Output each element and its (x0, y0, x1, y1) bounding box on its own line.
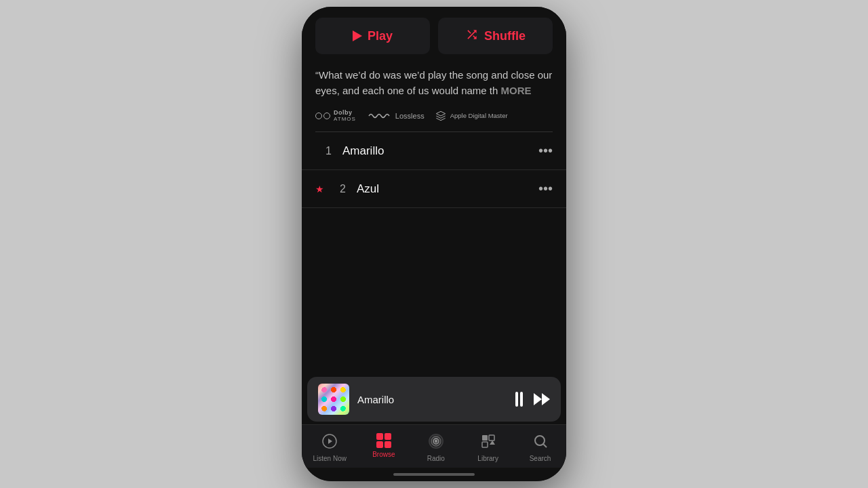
shuffle-button[interactable]: Shuffle (438, 18, 553, 54)
search-icon (532, 433, 549, 452)
tab-browse[interactable]: Browse (363, 430, 404, 461)
play-icon (353, 30, 362, 41)
svg-rect-5 (482, 442, 488, 447)
tab-search[interactable]: Search (520, 430, 561, 465)
lossless-badge: Lossless (367, 110, 425, 121)
top-buttons-area: Play Shuffle (302, 7, 566, 62)
more-button[interactable]: MORE (501, 85, 532, 96)
tab-radio-label: Radio (427, 455, 445, 462)
radio-icon (428, 433, 444, 452)
tab-radio[interactable]: Radio (416, 430, 456, 465)
svg-point-2 (435, 441, 437, 443)
tab-browse-label: Browse (372, 451, 395, 458)
skip-forward-icon (534, 393, 550, 405)
svg-point-6 (492, 442, 494, 443)
svg-marker-1 (328, 439, 332, 444)
lossless-label: Lossless (395, 112, 425, 120)
dolby-badge: Dolby ATMOS (315, 109, 356, 122)
home-bar (393, 473, 475, 476)
track-list: 1 Amarillo ••• ★ 2 Azul ••• (302, 132, 566, 374)
now-playing-bar[interactable]: Amarillo (307, 377, 561, 422)
now-playing-title: Amarillo (357, 394, 507, 405)
track-item: 1 Amarillo ••• (302, 132, 566, 170)
svg-line-8 (543, 445, 547, 448)
phone-frame: Play Shuffle “What we’d do was we’d play… (302, 7, 566, 481)
adm-label: Apple Digital Master (450, 112, 508, 119)
browse-icon (376, 433, 391, 448)
tab-search-label: Search (530, 455, 551, 462)
shuffle-icon (465, 28, 479, 45)
quote-section: “What we’d do was we’d play the song and… (302, 62, 566, 106)
home-indicator (302, 468, 566, 481)
svg-rect-4 (489, 435, 494, 441)
album-art-image (318, 384, 349, 415)
album-art (318, 384, 349, 415)
track-number-2: 2 (330, 183, 346, 195)
adm-badge: Apple Digital Master (435, 110, 508, 121)
play-label: Play (368, 29, 393, 43)
svg-point-7 (535, 436, 545, 445)
track-item-2: ★ 2 Azul ••• (302, 170, 566, 208)
tab-bar: Listen Now Browse (302, 424, 566, 468)
pause-button[interactable] (515, 392, 523, 407)
tab-library[interactable]: Library (468, 430, 509, 465)
dolby-icon (315, 113, 330, 119)
track-more-button-1[interactable]: ••• (538, 143, 553, 159)
library-icon (480, 433, 496, 452)
tab-library-label: Library (477, 455, 498, 462)
pause-icon (515, 392, 523, 407)
play-button[interactable]: Play (315, 18, 430, 54)
track-title-2[interactable]: Azul (357, 182, 538, 196)
track-title-1[interactable]: Amarillo (342, 144, 538, 158)
skip-forward-button[interactable] (534, 393, 550, 405)
tab-listen-now[interactable]: Listen Now (307, 430, 351, 465)
badges-section: Dolby ATMOS Lossless Apple Digital Maste… (302, 106, 566, 131)
track-more-button-2[interactable]: ••• (538, 181, 553, 197)
svg-rect-3 (482, 435, 488, 441)
tab-listen-now-label: Listen Now (313, 455, 346, 462)
shuffle-label: Shuffle (484, 29, 526, 43)
phone-content: Play Shuffle “What we’d do was we’d play… (302, 7, 566, 481)
track-star-icon: ★ (315, 184, 324, 195)
track-number-1: 1 (315, 145, 332, 157)
now-playing-controls (515, 392, 550, 407)
listen-now-icon (321, 433, 338, 452)
